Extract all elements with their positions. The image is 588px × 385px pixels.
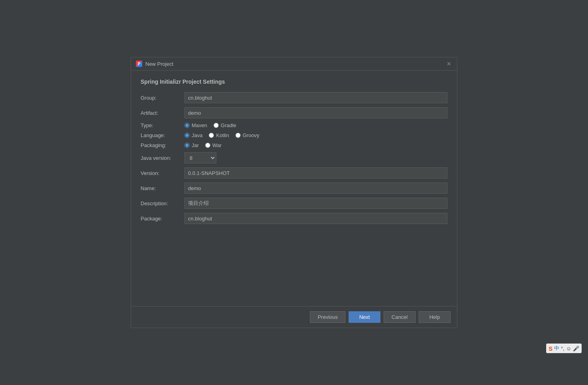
artifact-label: Artifact: xyxy=(141,110,184,116)
app-icon: P xyxy=(136,61,142,67)
version-row: Version: xyxy=(141,167,447,179)
taskbar-cn-icon: 中 xyxy=(554,345,559,352)
name-label: Name: xyxy=(141,185,184,191)
close-button[interactable]: ✕ xyxy=(446,61,452,67)
type-maven-label: Maven xyxy=(192,122,207,128)
taskbar-s-icon: S xyxy=(549,345,553,352)
packaging-label: Packaging: xyxy=(141,142,184,148)
java-version-select[interactable]: 8 11 17 xyxy=(184,152,216,163)
language-groovy-option[interactable]: Groovy xyxy=(235,132,259,138)
language-kotlin-label: Kotlin xyxy=(216,132,229,138)
section-title: Spring Initializr Project Settings xyxy=(141,79,447,85)
packaging-radio-group: Jar War xyxy=(184,142,221,148)
language-kotlin-option[interactable]: Kotlin xyxy=(209,132,229,138)
description-label: Description: xyxy=(141,200,184,206)
type-maven-option[interactable]: Maven xyxy=(184,122,207,128)
description-input[interactable] xyxy=(184,198,447,209)
help-button[interactable]: Help xyxy=(419,311,451,323)
package-row: Package: xyxy=(141,213,447,224)
taskbar-icons: S 中 °, ☺ 🎤 xyxy=(546,344,582,353)
previous-button[interactable]: Previous xyxy=(310,311,345,323)
language-java-label: Java xyxy=(192,132,202,138)
type-maven-radio[interactable] xyxy=(184,123,190,128)
language-kotlin-radio[interactable] xyxy=(209,133,214,138)
artifact-row: Artifact: xyxy=(141,107,447,118)
packaging-war-radio[interactable] xyxy=(205,143,210,148)
packaging-jar-label: Jar xyxy=(192,142,199,148)
language-radio-group: Java Kotlin Groovy xyxy=(184,132,259,138)
artifact-input[interactable] xyxy=(184,107,447,118)
version-input[interactable] xyxy=(184,167,447,179)
taskbar-emoji-icon: ☺ xyxy=(566,346,571,352)
title-bar-left: P New Project xyxy=(136,61,173,67)
type-gradle-radio[interactable] xyxy=(214,123,219,128)
dialog-content: Spring Initializr Project Settings Group… xyxy=(131,71,457,306)
name-input[interactable] xyxy=(184,183,447,194)
description-row: Description: xyxy=(141,198,447,209)
type-radio-group: Maven Gradle xyxy=(184,122,236,128)
dialog-footer: Previous Next Cancel Help xyxy=(131,306,457,328)
group-label: Group: xyxy=(141,95,184,101)
java-version-row: Java version: 8 11 17 xyxy=(141,152,447,163)
next-button[interactable]: Next xyxy=(349,311,380,323)
java-version-label: Java version: xyxy=(141,155,184,161)
cancel-button[interactable]: Cancel xyxy=(384,311,416,323)
packaging-war-label: War xyxy=(212,142,221,148)
type-row: Type: Maven Gradle xyxy=(141,122,447,128)
window-title: New Project xyxy=(145,61,173,67)
packaging-row: Packaging: Jar War xyxy=(141,142,447,148)
name-row: Name: xyxy=(141,183,447,194)
taskbar-dot-icon: °, xyxy=(561,346,564,352)
packaging-war-option[interactable]: War xyxy=(205,142,221,148)
language-groovy-radio[interactable] xyxy=(235,133,241,138)
package-input[interactable] xyxy=(184,213,447,224)
version-label: Version: xyxy=(141,170,184,176)
taskbar-mic-icon: 🎤 xyxy=(573,346,579,352)
title-bar: P New Project ✕ xyxy=(131,57,457,71)
language-groovy-label: Groovy xyxy=(243,132,259,138)
language-java-option[interactable]: Java xyxy=(184,132,202,138)
language-java-radio[interactable] xyxy=(184,133,190,138)
packaging-jar-option[interactable]: Jar xyxy=(184,142,199,148)
package-label: Package: xyxy=(141,216,184,222)
type-gradle-label: Gradle xyxy=(221,122,236,128)
language-row: Language: Java Kotlin Groovy xyxy=(141,132,447,138)
type-gradle-option[interactable]: Gradle xyxy=(214,122,236,128)
group-input[interactable] xyxy=(184,92,447,103)
type-label: Type: xyxy=(141,122,184,128)
group-row: Group: xyxy=(141,92,447,103)
new-project-dialog: P New Project ✕ Spring Initializr Projec… xyxy=(131,57,457,328)
packaging-jar-radio[interactable] xyxy=(184,143,190,148)
language-label: Language: xyxy=(141,132,184,138)
